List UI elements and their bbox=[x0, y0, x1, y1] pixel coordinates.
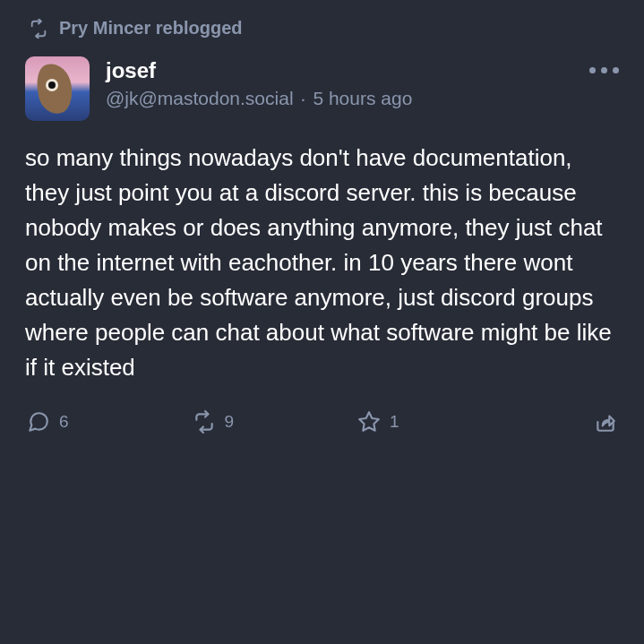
boost-button[interactable]: 9 bbox=[193, 410, 358, 434]
author-block[interactable]: josef @jk@mastodon.social · 5 hours ago bbox=[106, 56, 568, 109]
post-header: josef @jk@mastodon.social · 5 hours ago bbox=[25, 56, 619, 121]
action-bar: 6 9 bbox=[25, 410, 619, 434]
handle: @jk@mastodon.social bbox=[106, 88, 294, 109]
reply-count: 6 bbox=[59, 412, 69, 432]
share-icon bbox=[594, 410, 617, 434]
favorite-count: 1 bbox=[390, 412, 399, 432]
separator-dot: · bbox=[301, 88, 306, 109]
reblog-icon bbox=[29, 19, 48, 39]
reply-icon bbox=[27, 410, 50, 434]
svg-marker-0 bbox=[359, 412, 379, 431]
post-body: so many things nowadays don't have docum… bbox=[25, 141, 619, 385]
star-icon bbox=[357, 410, 381, 434]
more-options-button[interactable] bbox=[584, 64, 619, 77]
avatar[interactable] bbox=[25, 56, 90, 121]
post-card: Pry Mincer reblogged josef @jk@mastodon.… bbox=[0, 0, 644, 450]
reblog-attribution[interactable]: Pry Mincer reblogged bbox=[29, 18, 619, 39]
favorite-button[interactable]: 1 bbox=[357, 410, 535, 434]
reblog-by-label: Pry Mincer reblogged bbox=[59, 18, 243, 39]
display-name: josef bbox=[106, 58, 568, 84]
boost-count: 9 bbox=[225, 412, 235, 432]
share-button[interactable] bbox=[594, 410, 617, 434]
timestamp: 5 hours ago bbox=[313, 88, 412, 109]
boost-icon bbox=[193, 410, 216, 434]
reply-button[interactable]: 6 bbox=[27, 410, 193, 434]
